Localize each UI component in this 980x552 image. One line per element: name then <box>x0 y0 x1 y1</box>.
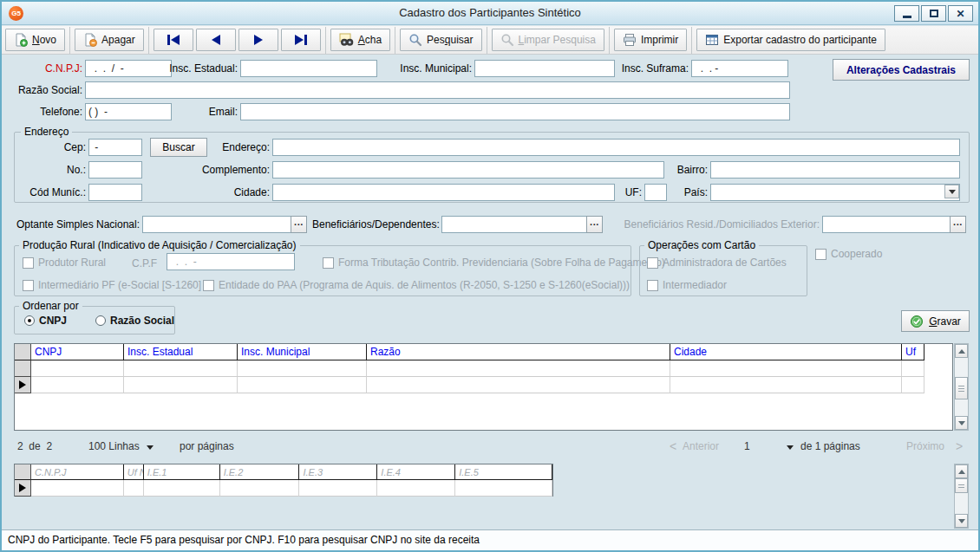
close-button[interactable]: ✕ <box>948 5 973 22</box>
pais-dropdown-button[interactable] <box>944 185 959 198</box>
table-row-selected[interactable] <box>15 480 552 497</box>
optante-ellipsis-button[interactable]: ··· <box>291 216 307 233</box>
beneficiarios-label: Beneficiários/Dependentes: <box>312 216 439 233</box>
cnpj-input[interactable] <box>85 60 172 77</box>
apagar-label: Apagar <box>101 34 135 46</box>
email-label: Email: <box>203 103 238 120</box>
ordenar-por-legend: Ordenar por <box>19 300 82 312</box>
cooperado-checkbox[interactable]: Cooperado <box>815 248 882 260</box>
ordenar-razao-radio[interactable]: Razão Social <box>95 315 174 327</box>
col-insc-municipal[interactable]: Insc. Municipal <box>238 344 367 360</box>
limpar-pesquisa-button[interactable]: Limpar Pesquisa <box>492 29 604 51</box>
insc-municipal-input[interactable] <box>474 60 615 77</box>
col-uf-nf[interactable]: Uf NF <box>124 464 144 480</box>
exportar-button[interactable]: Exportar cadastro do participante <box>696 29 885 51</box>
insc-suframa-input[interactable] <box>691 60 788 77</box>
beneficiarios-input[interactable] <box>441 216 586 233</box>
pais-input[interactable] <box>710 184 960 201</box>
beneficiarios-exterior-input[interactable] <box>822 216 950 233</box>
first-record-button[interactable] <box>154 29 193 51</box>
apagar-button[interactable]: Apagar <box>75 29 144 51</box>
maximize-button[interactable] <box>921 5 946 22</box>
col-uf[interactable]: Uf <box>902 344 924 360</box>
razao-social-label: Razão Social: <box>13 81 82 99</box>
cpf-input[interactable] <box>167 253 295 270</box>
numero-input[interactable] <box>88 161 142 179</box>
intermediador-checkbox[interactable]: Intermediador <box>647 279 727 291</box>
intermediario-pf-label: Intermediário PF (e-Social [S-1260] <box>38 279 201 291</box>
col-ie5[interactable]: I.E.5 <box>455 464 552 480</box>
entidade-paa-checkbox[interactable]: Entidade do PAA (Programa de Aquis. de A… <box>203 279 630 291</box>
checkbox-icon <box>323 257 334 269</box>
col-razao[interactable]: Razão <box>367 344 670 360</box>
detail-grid-vertical-scrollbar[interactable] <box>954 464 969 529</box>
administradora-cartoes-checkbox[interactable]: Administradora de Cartões <box>647 257 787 269</box>
toolbar-separator <box>325 27 326 54</box>
page-select-caret[interactable] <box>785 438 794 455</box>
lines-per-page-select[interactable]: 100 Linhas <box>88 438 154 455</box>
col-insc-estadual[interactable]: Insc. Estadual <box>124 344 238 360</box>
col-detail-cnpj[interactable]: C.N.P.J <box>31 464 124 480</box>
operacoes-cartao-legend: Operações com Cartão <box>644 239 759 251</box>
pesquisar-button[interactable]: Pesquisar <box>400 29 481 51</box>
email-input[interactable] <box>240 103 790 120</box>
minimize-button[interactable] <box>894 5 919 22</box>
gravar-button[interactable]: Gravar <box>901 310 970 332</box>
ordenar-cnpj-radio[interactable]: CNPJ <box>24 315 67 327</box>
forma-tributacao-checkbox[interactable]: Forma Tributação Contrib. Previdenciaria… <box>323 257 665 269</box>
optante-label: Optante Simples Nacional: <box>15 216 140 233</box>
pais-combobox[interactable] <box>710 184 960 201</box>
numero-label: No.: <box>49 161 86 179</box>
scroll-down-button[interactable] <box>955 514 968 528</box>
imprimir-button[interactable]: Imprimir <box>614 29 687 51</box>
beneficiarios-exterior-ellipsis-button[interactable]: ··· <box>950 216 966 233</box>
cidade-input[interactable] <box>272 184 615 201</box>
scroll-up-button[interactable] <box>955 464 968 478</box>
col-cnpj[interactable]: CNPJ <box>31 344 124 360</box>
scroll-down-button[interactable] <box>955 416 968 430</box>
col-cidade[interactable]: Cidade <box>670 344 902 360</box>
scroll-up-button[interactable] <box>955 344 968 358</box>
intermediario-pf-checkbox[interactable]: Intermediário PF (e-Social [S-1260] <box>23 279 201 291</box>
inscricoes-grid[interactable]: C.N.P.J Uf NF I.E.1 I.E.2 I.E.3 I.E.4 I.… <box>14 464 553 497</box>
col-ie2[interactable]: I.E.2 <box>220 464 300 480</box>
cod-municipio-input[interactable] <box>88 184 142 201</box>
scrollbar-thumb[interactable] <box>955 377 968 399</box>
next-record-button[interactable] <box>238 29 278 51</box>
uf-input[interactable] <box>644 184 667 201</box>
anterior-button[interactable]: Anterior <box>683 438 719 455</box>
optante-input[interactable] <box>142 216 291 233</box>
insc-estadual-input[interactable] <box>240 60 377 77</box>
page-number-value: 1 <box>744 440 750 452</box>
close-icon: ✕ <box>956 9 964 19</box>
cep-label: Cep: <box>49 139 86 156</box>
col-ie3[interactable]: I.E.3 <box>299 464 377 480</box>
scrollbar-thumb[interactable] <box>955 478 968 493</box>
razao-social-input[interactable] <box>85 81 790 99</box>
toolbar-separator <box>691 27 692 54</box>
novo-button[interactable]: Novo <box>5 29 65 51</box>
telefone-input[interactable] <box>85 103 172 120</box>
endereco-rua-input[interactable] <box>272 139 960 156</box>
alteracoes-cadastrais-button[interactable]: Alterações Cadastrais <box>833 59 970 81</box>
row-marker-icon <box>19 380 26 389</box>
acha-button[interactable]: Acha <box>330 29 390 51</box>
col-ie1[interactable]: I.E.1 <box>144 464 220 480</box>
cep-input[interactable] <box>88 139 142 156</box>
proximo-button[interactable]: Próximo <box>906 438 944 455</box>
complemento-input[interactable] <box>272 161 664 179</box>
produtor-rural-checkbox[interactable]: Produtor Rural <box>23 257 106 269</box>
table-row[interactable] <box>15 360 952 377</box>
participantes-grid[interactable]: CNPJ Insc. Estadual Insc. Municipal Razã… <box>14 343 953 431</box>
last-record-button[interactable] <box>281 29 321 51</box>
grid-vertical-scrollbar[interactable] <box>954 343 969 431</box>
previous-record-button[interactable] <box>196 29 236 51</box>
table-row-selected[interactable] <box>15 377 952 393</box>
binoculars-icon <box>339 33 354 47</box>
bairro-input[interactable] <box>710 161 960 179</box>
buscar-button[interactable]: Buscar <box>150 138 207 157</box>
ellipsis-icon: ··· <box>294 219 304 230</box>
page-number-select[interactable]: 1 <box>744 438 750 455</box>
beneficiarios-ellipsis-button[interactable]: ··· <box>586 216 603 233</box>
col-ie4[interactable]: I.E.4 <box>377 464 455 480</box>
